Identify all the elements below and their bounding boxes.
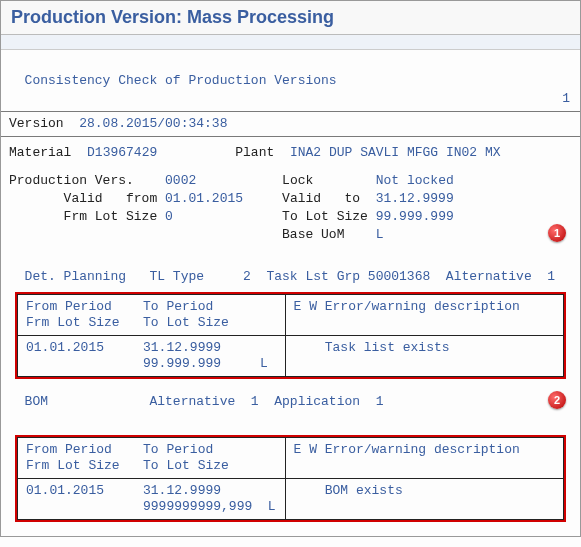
lock-label: Lock bbox=[282, 173, 313, 188]
valid-to-label: Valid to bbox=[282, 191, 360, 206]
prodvers-value: 0002 bbox=[165, 173, 196, 188]
callout-1-icon: 1 bbox=[548, 224, 566, 242]
lock-value: Not locked bbox=[376, 173, 454, 188]
det-planning-box: From Period To Period Frm Lot Size To Lo… bbox=[15, 292, 566, 379]
toolbar-placeholder bbox=[1, 35, 580, 50]
bom-table: From Period To Period Frm Lot Size To Lo… bbox=[17, 437, 564, 520]
col-header-left: From Period To Period Frm Lot Size To Lo… bbox=[18, 295, 286, 336]
prodvers-line-3: Frm Lot Size 0 To Lot Size 99.999.999 bbox=[9, 208, 572, 226]
rule-1 bbox=[1, 111, 580, 112]
uom-label: Base UoM bbox=[282, 227, 344, 242]
plant-code: INA2 bbox=[290, 145, 321, 160]
uom-value: L bbox=[376, 227, 384, 242]
bom-box: From Period To Period Frm Lot Size To Lo… bbox=[15, 435, 566, 522]
valid-from-label: Valid from bbox=[64, 191, 158, 206]
table-row: From Period To Period Frm Lot Size To Lo… bbox=[18, 438, 564, 479]
version-value: 28.08.2015/00:34:38 bbox=[79, 116, 227, 131]
to-lot-value: 99.999.999 bbox=[376, 209, 454, 224]
det-planning-line: Det. Planning TL Type 2 Task Lst Grp 500… bbox=[9, 268, 572, 286]
bom-line-text: BOM Alternative 1 Application 1 bbox=[9, 394, 383, 409]
bom-line: BOM Alternative 1 Application 1 2 bbox=[9, 393, 572, 429]
valid-to-value: 31.12.9999 bbox=[376, 191, 454, 206]
consistency-check-label: Consistency Check of Production Versions bbox=[25, 73, 337, 88]
table-row: 01.01.2015 31.12.9999 99.999.999 L Task … bbox=[18, 336, 564, 377]
page-title: Production Version: Mass Processing bbox=[1, 1, 580, 35]
rule-2 bbox=[1, 136, 580, 137]
material-value: D13967429 bbox=[87, 145, 157, 160]
table-row: 01.01.2015 31.12.9999 9999999999,999 L B… bbox=[18, 479, 564, 520]
det-planning-table: From Period To Period Frm Lot Size To Lo… bbox=[17, 294, 564, 377]
version-line: Version 28.08.2015/00:34:38 bbox=[9, 115, 572, 133]
cell-left: 01.01.2015 31.12.9999 9999999999,999 L bbox=[18, 479, 286, 520]
prodvers-line-2: Valid from 01.01.2015 Valid to 31.12.999… bbox=[9, 190, 572, 208]
cell-right: Task list exists bbox=[285, 336, 563, 377]
report-body: Consistency Check of Production Versions… bbox=[1, 50, 580, 536]
prodvers-label: Production Vers. bbox=[9, 173, 134, 188]
col-header-right: E W Error/warning description bbox=[285, 438, 563, 479]
callout-2-icon: 2 bbox=[548, 391, 566, 409]
prodvers-line-4: Base UoM L 1 bbox=[9, 226, 572, 262]
table-row: From Period To Period Frm Lot Size To Lo… bbox=[18, 295, 564, 336]
to-lot-label: To Lot Size bbox=[282, 209, 368, 224]
frm-lot-label: Frm Lot Size bbox=[64, 209, 158, 224]
col-header-right: E W Error/warning description bbox=[285, 295, 563, 336]
material-label: Material bbox=[9, 145, 71, 160]
plant-label: Plant bbox=[235, 145, 274, 160]
col-header-left: From Period To Period Frm Lot Size To Lo… bbox=[18, 438, 286, 479]
valid-from-value: 01.01.2015 bbox=[165, 191, 243, 206]
material-line: Material D13967429 Plant INA2 DUP SAVLI … bbox=[9, 144, 572, 162]
cell-right: BOM exists bbox=[285, 479, 563, 520]
version-label: Version bbox=[9, 116, 64, 131]
page-number: 1 bbox=[562, 90, 570, 108]
prodvers-line-1: Production Vers. 0002 Lock Not locked bbox=[9, 172, 572, 190]
consistency-check-line: Consistency Check of Production Versions… bbox=[9, 54, 572, 108]
cell-left: 01.01.2015 31.12.9999 99.999.999 L bbox=[18, 336, 286, 377]
frm-lot-value: 0 bbox=[165, 209, 173, 224]
plant-desc: DUP SAVLI MFGG IN02 MX bbox=[329, 145, 501, 160]
